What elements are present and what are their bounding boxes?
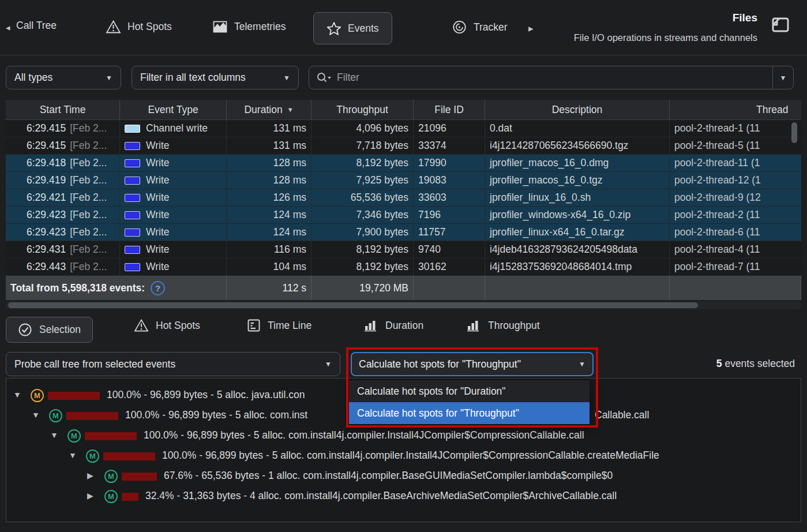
hotspot-bar <box>103 452 155 460</box>
event-type-label: Write <box>146 243 170 256</box>
event-type-swatch <box>125 125 140 133</box>
expand-arrow-icon[interactable]: ▼ <box>13 390 21 399</box>
view-button-duration[interactable]: Duration <box>363 319 423 332</box>
table-row[interactable]: 6:29.423[Feb 2... Write 124 ms 7,346 byt… <box>6 207 801 224</box>
column-header-duration[interactable]: Duration ▼ <box>227 100 311 120</box>
view-button-selection[interactable]: Selection <box>6 317 93 343</box>
hotspot-bar <box>85 432 137 440</box>
event-type-filter-combo[interactable]: All types ▼ <box>6 66 121 89</box>
hot-spots-popup-item[interactable]: Calculate hot spots for "Duration" <box>349 380 590 402</box>
calculate-hot-spots-combo[interactable]: Calculate hot spots for "Throughput" ▼ <box>351 352 594 376</box>
bar-chart-icon <box>466 319 481 332</box>
event-description: jprofiler_linux_16_0.sh <box>485 189 670 206</box>
tab-tracker[interactable]: Tracker <box>452 20 508 35</box>
event-type-swatch <box>125 246 140 254</box>
event-thread: pool-2-thread-1 (11 <box>670 120 801 137</box>
horizontal-scrollbar <box>6 301 801 309</box>
event-description: jprofiler_macos_16_0.tgz <box>485 172 670 189</box>
tracker-target-icon <box>452 20 467 35</box>
event-throughput: 8,192 bytes <box>311 155 414 171</box>
event-type-swatch <box>125 228 140 237</box>
method-icon: M <box>31 389 44 402</box>
event-start-date: [Feb 2... <box>70 243 107 256</box>
tab-events[interactable]: Events <box>313 12 392 44</box>
expand-arrow-icon[interactable]: ▶ <box>87 491 93 500</box>
expand-arrow-icon[interactable]: ▼ <box>50 430 58 440</box>
event-throughput: 8,192 bytes <box>311 258 414 275</box>
call-tree-row[interactable]: ▼ M 100.0% - 96,899 bytes - 5 alloc. com… <box>6 448 801 466</box>
event-throughput: 7,718 bytes <box>311 137 414 154</box>
view-button-throughput[interactable]: Throughput <box>466 319 540 332</box>
call-tree-node-text: 100.0% - 96,899 bytes - 5 alloc. com.ins… <box>144 429 584 441</box>
call-tree-node-text: 100.0% - 96,899 bytes - 5 alloc. java.ut… <box>107 389 305 401</box>
hotspot-bar <box>122 473 157 481</box>
probe-title: Files <box>733 12 757 24</box>
filter-column-combo[interactable]: Filter in all text columns ▼ <box>132 66 299 89</box>
event-throughput: 7,900 bytes <box>311 224 414 241</box>
event-file-id: 33603 <box>414 189 485 206</box>
event-type-label: Write <box>146 226 170 238</box>
sort-descending-icon: ▼ <box>287 106 294 113</box>
table-row[interactable]: 6:29.415[Feb 2... Channel write 131 ms 4… <box>6 120 801 137</box>
event-description: 0.dat <box>485 120 670 137</box>
view-button-time-line[interactable]: Time Line <box>247 319 311 332</box>
column-header-throughput[interactable]: Throughput <box>311 100 414 120</box>
horizontal-scrollbar-thumb[interactable] <box>8 302 698 308</box>
table-row[interactable]: 6:29.415[Feb 2... Write 131 ms 7,718 byt… <box>6 137 801 155</box>
event-description: jprofiler_linux-x64_16_0.tar.gz <box>485 224 670 241</box>
event-type-label: Write <box>146 174 170 186</box>
column-header-description[interactable]: Description <box>485 100 670 120</box>
column-header-start-time[interactable]: Start Time <box>6 100 120 120</box>
tab-hot-spots[interactable]: Hot Spots <box>106 20 172 34</box>
call-tree-row[interactable]: ▼ M 100.0% - 96,899 bytes - 5 alloc. com… <box>6 428 801 445</box>
call-tree-row[interactable]: ▶ M 67.6% - 65,536 bytes - 1 alloc. com.… <box>6 469 801 486</box>
table-row[interactable]: 6:29.418[Feb 2... Write 128 ms 8,192 byt… <box>6 155 801 172</box>
table-row[interactable]: 6:29.419[Feb 2... Write 128 ms 7,925 byt… <box>6 172 801 189</box>
hot-spots-dropdown-popup: Calculate hot spots for "Duration"Calcul… <box>348 380 590 425</box>
event-description: i4jdeb416328793624205498data <box>485 241 670 258</box>
expand-arrow-icon[interactable]: ▶ <box>87 471 93 480</box>
hot-spots-popup-item[interactable]: Calculate hot spots for "Throughput" <box>349 402 590 424</box>
table-row[interactable]: 6:29.443[Feb 2... Write 104 ms 8,192 byt… <box>6 258 801 276</box>
event-type-swatch <box>125 142 140 150</box>
probe-call-tree-combo[interactable]: Probe call tree from selected events ▼ <box>6 352 340 376</box>
tabs-scroll-left-icon[interactable]: ◂ <box>6 23 10 33</box>
event-file-id: 11757 <box>414 224 485 241</box>
event-file-id: 21096 <box>414 120 485 137</box>
event-description: jprofiler_windows-x64_16_0.zip <box>485 207 670 223</box>
chevron-down-icon: ▼ <box>106 74 112 82</box>
column-header-file-id[interactable]: File ID <box>414 100 485 120</box>
table-row[interactable]: 6:29.423[Feb 2... Write 124 ms 7,900 byt… <box>6 224 801 241</box>
event-type-label: Write <box>146 140 170 152</box>
total-label-cell: Total from 5,598,318 events: ? <box>6 276 227 300</box>
event-type-label: Write <box>146 192 170 204</box>
expand-arrow-icon[interactable]: ▼ <box>32 410 40 419</box>
search-input[interactable] <box>337 72 772 84</box>
filter-search-field: ▼ <box>309 66 794 89</box>
tab-telemetries[interactable]: Telemetries <box>212 20 286 34</box>
call-tree-row[interactable]: ▶ M 32.4% - 31,363 bytes - 4 alloc. com.… <box>6 489 801 506</box>
event-start-time: 6:29.443 <box>27 261 66 273</box>
view-button-hot-spots[interactable]: Hot Spots <box>134 319 200 332</box>
search-icon[interactable] <box>316 72 332 84</box>
table-body: 6:29.415[Feb 2... Channel write 131 ms 4… <box>6 120 801 276</box>
event-type-swatch <box>125 177 140 185</box>
call-tree-node-text: 32.4% - 31,363 bytes - 4 alloc. com.inst… <box>145 490 617 502</box>
tab-call-tree[interactable]: Call Tree <box>16 20 57 32</box>
event-start-date: [Feb 2... <box>70 157 107 169</box>
column-header-thread[interactable]: Thread <box>670 100 801 120</box>
column-header-event-type[interactable]: Event Type <box>120 100 227 120</box>
tabs-scroll-right-icon[interactable]: ▸ <box>528 23 534 35</box>
event-start-time: 6:29.423 <box>27 226 66 238</box>
table-row[interactable]: 6:29.431[Feb 2... Write 116 ms 8,192 byt… <box>6 241 801 258</box>
tab-call-tree-label: Call Tree <box>16 20 57 32</box>
expand-arrow-icon[interactable]: ▼ <box>69 451 77 460</box>
table-row[interactable]: 6:29.421[Feb 2... Write 126 ms 65,536 by… <box>6 189 801 207</box>
event-file-id: 19083 <box>414 172 485 189</box>
help-icon[interactable]: ? <box>151 281 165 295</box>
event-start-date: [Feb 2... <box>70 122 107 134</box>
vertical-scrollbar-thumb[interactable] <box>791 122 797 143</box>
search-dropdown-arrow[interactable]: ▼ <box>772 66 793 89</box>
event-thread: pool-2-thread-11 (1 <box>670 155 801 171</box>
call-tree-node-text: 100.0% - 96,899 bytes - 5 alloc. com.ins… <box>125 409 307 421</box>
